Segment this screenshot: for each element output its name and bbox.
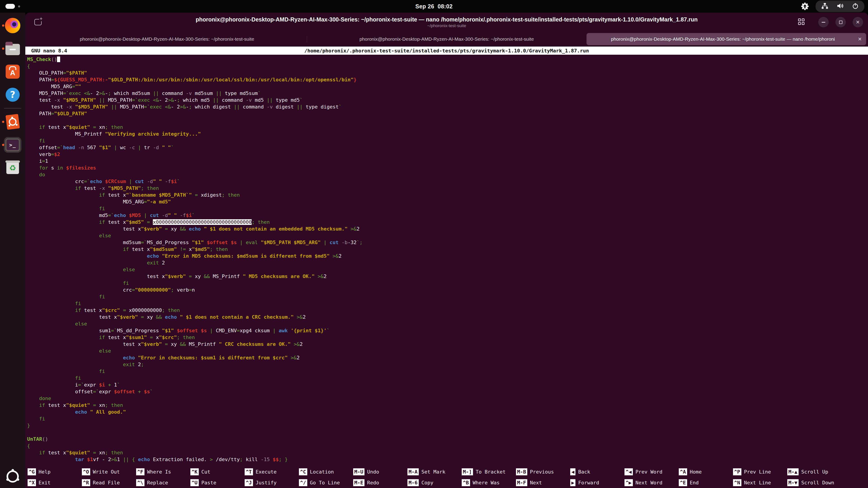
code-line — [27, 117, 363, 124]
terminal-content[interactable]: GNU nano 8.4 /home/phoronix/.phoronix-te… — [25, 46, 868, 488]
code-line: { — [27, 443, 363, 449]
shortcut-label: Where Is — [147, 469, 171, 475]
code-line: PATH="$OLD_PATH" — [27, 110, 363, 117]
files-icon — [5, 44, 20, 55]
dock-item-trash[interactable]: ♻ — [0, 156, 25, 180]
shortcut-key: ^\ — [136, 479, 145, 486]
shortcut-key: ^R — [82, 479, 90, 486]
trash-icon: ♻ — [6, 162, 19, 174]
shortcut-key: ^P — [733, 468, 741, 475]
code-line: done — [27, 395, 363, 402]
shortcut-label: Back — [578, 469, 590, 475]
text-cursor — [57, 57, 60, 62]
workspace-dot — [18, 5, 20, 7]
dock-item-terminal[interactable]: >_ — [0, 133, 25, 156]
code-line: if test x"$quiet" = xn; then — [27, 449, 363, 456]
code-line: test x"$verb" = xy && echo " $1 does not… — [27, 226, 363, 232]
code-line: MD5_PATH=`exec <&- 2>&-; which md5sum ||… — [27, 90, 363, 97]
shortcut-label: Read File — [93, 480, 120, 486]
shortcut-key: ^B — [462, 479, 470, 486]
workspace-indicator[interactable] — [5, 4, 20, 9]
shortcut-key: ^G — [28, 468, 36, 475]
tab-label: phoronix@phoronix-Desktop-AMD-Ryzen-AI-M… — [591, 36, 855, 42]
shortcut-label: Next Line — [744, 480, 771, 486]
code-line: if test x"`basename $MD5_PATH`" = xdiges… — [27, 192, 363, 198]
new-tab-button[interactable] — [34, 19, 41, 25]
shortcut-label: Previous — [530, 469, 554, 475]
shortcut-label: Cut — [202, 469, 211, 475]
window-subtitle: ~/phoronix-test-suite — [153, 23, 741, 28]
dock-item-show-apps-ubuntu-logo[interactable] — [0, 465, 25, 488]
shortcut-key: M-6 — [407, 479, 419, 486]
code-line: md5sum=`MS_dd_Progress "$1" $offset $s |… — [27, 239, 363, 246]
volume-icon — [836, 2, 844, 10]
code-line: test x"$verb" = xy && MS_Printf " MD5 ch… — [27, 273, 363, 280]
shortcut-label: Next Word — [636, 480, 662, 486]
shortcut-group: ^OWrite Out^RRead File — [82, 466, 136, 488]
minimize-icon — [822, 22, 825, 23]
tab-2[interactable]: phoronix@phoronix-Desktop-AMD-Ryzen-AI-M… — [307, 33, 587, 45]
code-line: else — [27, 232, 363, 239]
dock-item-help[interactable]: ? — [0, 83, 25, 106]
shortcut-label: Scroll Down — [801, 480, 834, 486]
shortcut-label: Next — [530, 480, 542, 486]
code-line: exit 2; — [27, 361, 363, 368]
shortcut-key: M-] — [462, 468, 473, 475]
code-line: if test -x "$MD5_PATH"; then — [27, 185, 363, 192]
tab-label: phoronix@phoronix-Desktop-AMD-Ryzen-AI-M… — [32, 36, 302, 42]
code-line: OLD_PATH="$PATH" — [27, 70, 363, 76]
code-line: sum1=`MS_dd_Progress "$1" $offset $s | C… — [27, 327, 363, 334]
shortcut-key: ^A — [679, 468, 687, 475]
software-update-icon[interactable] — [801, 2, 809, 10]
nano-title-bar: GNU nano 8.4 /home/phoronix/.phoronix-te… — [25, 46, 868, 55]
tab-close-icon[interactable]: × — [858, 36, 862, 42]
code-line: verb=$2 — [27, 151, 363, 158]
show-apps-ubuntu-logo-icon — [6, 470, 19, 483]
ubuntu-installer-icon — [5, 114, 20, 130]
shortcut-key: M-F — [516, 479, 527, 486]
shortcut-label: Write Out — [93, 469, 120, 475]
shortcut-group: M-BPreviousM-FNext — [516, 466, 570, 488]
code-line: MS_Printf "Verifying archive integrity..… — [27, 131, 363, 137]
code-line: fi — [27, 375, 363, 382]
dock-item-files[interactable] — [0, 37, 25, 60]
code-line: exit 2 — [27, 259, 363, 266]
tab-1[interactable]: phoronix@phoronix-Desktop-AMD-Ryzen-AI-M… — [27, 33, 307, 45]
shortcut-group: ◀Back▶Forward — [570, 466, 624, 488]
code-line: md5=`echo $MD5 | cut -d" " -f$i` — [27, 212, 363, 219]
shortcut-key: M-B — [516, 468, 527, 475]
shortcut-key: ^J — [245, 479, 253, 486]
code-area[interactable]: MS_Check() { OLD_PATH="$PATH" PATH=${GUE… — [25, 55, 363, 463]
close-icon: × — [856, 19, 860, 26]
shortcut-key: ^U — [190, 479, 199, 486]
shortcut-group: M-ASet MarkM-6Copy — [407, 466, 462, 488]
clock-button[interactable]: Sep 26 08:02 — [415, 3, 453, 10]
shortcut-group: ^AHome^EEnd — [679, 466, 733, 488]
shortcut-label: Redo — [367, 480, 379, 486]
minimize-button[interactable] — [818, 17, 829, 27]
shortcut-group: M-]To Bracket^BWhere Was — [462, 466, 516, 488]
quick-settings-button[interactable] — [815, 0, 864, 12]
code-line: i=`expr $i + 1` — [27, 382, 363, 388]
maximize-button[interactable] — [835, 17, 846, 27]
tab-3[interactable]: phoronix@phoronix-Desktop-AMD-Ryzen-AI-M… — [587, 33, 866, 45]
shortcut-key: ^/ — [299, 479, 307, 486]
shortcut-label: Execute — [256, 469, 277, 475]
shortcut-label: Prev Word — [636, 469, 662, 475]
network-wired-icon — [821, 2, 829, 10]
top-bar: Sep 26 08:02 — [0, 0, 868, 13]
close-button[interactable]: × — [852, 17, 863, 27]
code-line: MD5_ARG="-a md5" — [27, 198, 363, 205]
window-title: phoronix@phoronix-Desktop-AMD-Ryzen-AI-M… — [153, 16, 741, 23]
shortcut-label: Scroll Up — [801, 469, 828, 475]
shortcuts-bar: ^GHelp^XExit^OWrite Out^RRead File^FWher… — [25, 466, 868, 488]
shortcut-key: M-▼ — [787, 479, 799, 486]
shortcut-label: To Bracket — [476, 469, 505, 475]
code-line: fi — [27, 293, 363, 300]
code-line: else — [27, 321, 363, 327]
dock-item-ubuntu-installer[interactable] — [0, 110, 25, 133]
dock-item-app-center[interactable]: A — [0, 60, 25, 83]
tab-overview-button[interactable] — [798, 18, 805, 26]
shortcut-key: ▶ — [570, 479, 576, 486]
dock-item-firefox[interactable] — [0, 14, 25, 37]
